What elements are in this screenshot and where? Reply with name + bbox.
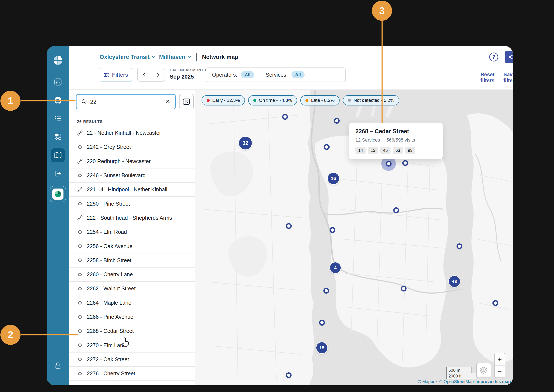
legend-chip[interactable]: Not detected - 5.2% <box>343 95 399 105</box>
previous-month-button[interactable] <box>138 68 151 81</box>
route-icon-wrap <box>77 187 83 193</box>
cluster-marker[interactable]: 16 <box>328 173 339 184</box>
legend-chip[interactable]: Early - 12.3% <box>201 95 245 105</box>
stop-marker[interactable] <box>286 372 292 378</box>
attribution-mapbox[interactable]: © Mapbox <box>418 379 437 384</box>
list-item[interactable]: 2256 - Oak Avenue <box>69 239 195 253</box>
service-chip[interactable]: 63 <box>393 147 403 154</box>
search-input[interactable] <box>90 98 162 105</box>
sidebar-item-network-map[interactable] <box>51 148 65 162</box>
list-item-label: 2268 - Cedar Street <box>87 328 134 334</box>
list-item[interactable]: 220 Redburgh - Newcaster <box>69 154 195 168</box>
stop-marker[interactable] <box>282 114 288 120</box>
sidebar-item-analytics[interactable] <box>51 75 65 89</box>
list-item[interactable]: 2266 - Pine Avenue <box>69 310 195 324</box>
map-layers-button[interactable] <box>476 363 491 378</box>
stop-marker[interactable] <box>324 144 330 150</box>
list-item[interactable]: 2242 - Grey Street <box>69 140 195 154</box>
service-chip[interactable]: 13 <box>368 147 378 154</box>
stop-marker[interactable] <box>492 300 498 306</box>
share-button[interactable]: Share <box>505 51 513 63</box>
operator-selector[interactable]: Oxleyshire Transit <box>100 54 156 60</box>
list-item-label: 2266 - Pine Avenue <box>87 314 133 320</box>
cluster-marker[interactable]: 4 <box>330 262 341 273</box>
cluster-marker[interactable]: 15 <box>316 342 327 353</box>
sidebar-item-logout[interactable] <box>51 167 65 180</box>
stop-marker[interactable] <box>323 288 329 294</box>
list-item[interactable]: 22 - Nether Kinhall - Newcaster <box>69 126 195 140</box>
pinwheel-logo-icon <box>53 56 63 65</box>
service-chip[interactable]: 45 <box>380 147 390 154</box>
list-item[interactable]: 2278 - Walnut Lane <box>69 381 195 385</box>
stop-marker[interactable] <box>334 118 340 124</box>
zoom-out-button[interactable]: − <box>495 365 505 378</box>
scale-imperial: 2000 ft <box>446 373 476 379</box>
cluster-marker[interactable]: 32 <box>239 137 252 149</box>
list-item[interactable]: 221 - 41 Hindpool - Nether Kinhall <box>69 182 195 197</box>
chevron-left-icon <box>143 72 146 77</box>
list-item-label: 221 - 41 Hindpool - Nether Kinhall <box>87 186 167 193</box>
list-item[interactable]: 222 - South head - Shepherds Arms <box>69 211 195 225</box>
stop-icon <box>77 201 83 206</box>
zoom-control: + − <box>494 353 505 378</box>
list-item[interactable]: 2264 - Maple Lane <box>69 296 195 310</box>
region-selector[interactable]: Millhaven <box>159 54 191 60</box>
stop-marker[interactable] <box>330 227 335 233</box>
services-label: Services: <box>266 72 288 78</box>
list-item[interactable]: 2250 - Pine Street <box>69 197 195 211</box>
selected-stop-marker[interactable] <box>386 161 392 167</box>
list-item[interactable]: 2262 - Walnut Street <box>69 282 195 296</box>
stop-marker[interactable] <box>393 207 399 213</box>
stop-marker[interactable] <box>286 223 292 229</box>
operators-services-summary[interactable]: Operators: All Services: All <box>206 68 346 82</box>
stop-icon-wrap <box>77 243 83 249</box>
save-filters-link[interactable]: Save filters <box>503 71 513 84</box>
list-item[interactable]: 2272 - Oak Street <box>69 352 195 367</box>
collapse-panel-button[interactable] <box>179 94 194 109</box>
stop-marker[interactable] <box>457 243 462 249</box>
attribution-osm[interactable]: © OpenStreetMap <box>439 379 474 384</box>
stop-marker[interactable] <box>402 160 408 166</box>
list-item-label: 2242 - Grey Street <box>87 144 131 150</box>
filter-links: Reset filters Save filters <box>481 71 513 84</box>
sidebar-item-list[interactable] <box>51 112 65 125</box>
app-header: Oxleyshire Transit Millhaven Network map… <box>69 46 513 90</box>
filters-label: Filters <box>112 72 128 78</box>
service-chip[interactable]: 14 <box>355 147 366 154</box>
attribution-improve-link[interactable]: Improve this map <box>475 379 511 384</box>
stop-icon <box>77 371 83 376</box>
stop-icon-wrap <box>77 201 83 207</box>
help-button[interactable]: ? <box>489 53 498 62</box>
list-item[interactable]: 2258 - Birch Street <box>69 253 195 267</box>
legend-chip[interactable]: On time - 74.3% <box>248 95 297 105</box>
route-icon <box>77 215 83 221</box>
list-item[interactable]: 2276 - Cherry Street <box>69 367 195 381</box>
list-item[interactable]: 2246 - Sunset Boulevard <box>69 168 195 182</box>
sidebar-item-lock[interactable] <box>51 359 65 373</box>
operators-value-badge: All <box>241 71 254 78</box>
filters-button[interactable]: Filters <box>100 68 132 82</box>
collapse-panel-icon <box>183 98 190 105</box>
legend-chip[interactable]: Late - 8.2% <box>300 95 340 105</box>
legend-label: Late - 8.2% <box>311 98 334 103</box>
zoom-in-button[interactable]: + <box>495 353 505 365</box>
reset-filters-link[interactable]: Reset filters <box>481 71 495 84</box>
sidebar-item-categories[interactable] <box>51 130 65 143</box>
clear-search-button[interactable]: ✕ <box>165 99 170 105</box>
list-item[interactable]: 2260 - Cherry Lane <box>69 267 195 282</box>
list-item[interactable]: 2270 - Elm Lane <box>69 338 195 352</box>
next-month-button[interactable] <box>151 68 165 81</box>
list-item[interactable]: 2254 - Elm Road <box>69 225 195 239</box>
stop-icon <box>77 300 83 306</box>
map-area[interactable]: Early - 12.3%On time - 74.3%Late - 8.2%N… <box>195 90 513 385</box>
stop-icon-wrap <box>77 342 83 348</box>
stop-marker[interactable] <box>401 286 407 291</box>
service-chip[interactable]: 93 <box>405 147 415 154</box>
stop-marker[interactable] <box>319 320 325 326</box>
header-divider <box>196 53 197 61</box>
stop-icon <box>77 173 83 178</box>
annotation-number: 1 <box>8 95 13 106</box>
sidebar-item-app-switcher[interactable] <box>50 186 66 202</box>
cluster-marker[interactable]: 43 <box>449 276 460 287</box>
list-item[interactable]: 2268 - Cedar Street <box>69 324 195 338</box>
